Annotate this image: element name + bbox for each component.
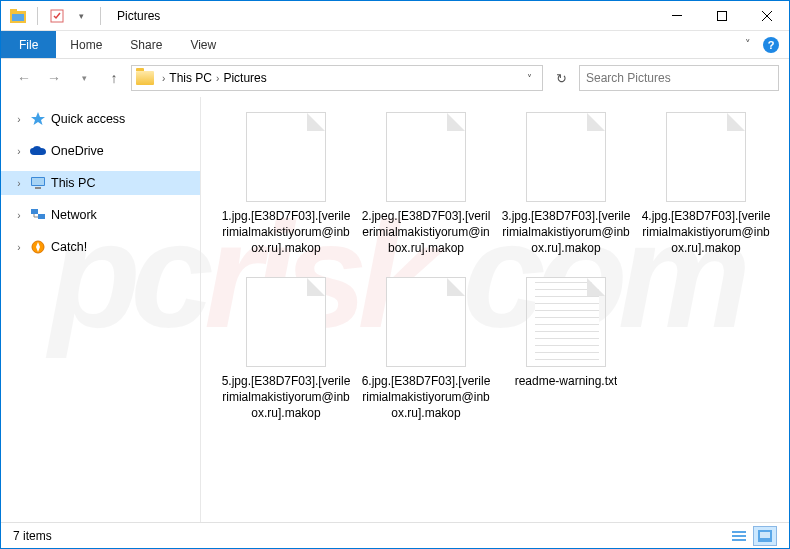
help-icon[interactable]: ? bbox=[763, 37, 779, 53]
network-icon bbox=[29, 207, 47, 223]
sidebar-item-label: Network bbox=[51, 208, 97, 222]
blank-file-icon bbox=[386, 112, 466, 202]
blank-file-icon bbox=[386, 277, 466, 367]
file-label: 6.jpg.[E38D7F03].[verilerimialmakistiyor… bbox=[361, 373, 491, 422]
file-tab[interactable]: File bbox=[1, 31, 56, 58]
sidebar-item-label: Catch! bbox=[51, 240, 87, 254]
svg-rect-13 bbox=[732, 535, 746, 537]
catch-icon bbox=[29, 239, 47, 255]
item-count: 7 items bbox=[13, 529, 52, 543]
recent-dropdown[interactable]: ▾ bbox=[71, 65, 97, 91]
breadcrumb-pictures[interactable]: Pictures bbox=[223, 71, 266, 85]
close-button[interactable] bbox=[744, 1, 789, 31]
properties-qat-icon[interactable] bbox=[48, 7, 66, 25]
titlebar: ▾ Pictures bbox=[1, 1, 789, 31]
explorer-icon bbox=[9, 7, 27, 25]
svg-rect-16 bbox=[760, 532, 770, 538]
expand-icon[interactable]: › bbox=[13, 210, 25, 221]
ribbon-expand-icon[interactable]: ˅ bbox=[745, 38, 751, 51]
expand-icon[interactable]: › bbox=[13, 242, 25, 253]
maximize-button[interactable] bbox=[699, 1, 744, 31]
chevron-right-icon[interactable]: › bbox=[216, 73, 219, 84]
expand-icon[interactable]: › bbox=[13, 114, 25, 125]
sidebar-item-catch[interactable]: › Catch! bbox=[1, 235, 200, 259]
statusbar: 7 items bbox=[1, 522, 789, 548]
ribbon: File Home Share View ˅ ? bbox=[1, 31, 789, 59]
svg-rect-4 bbox=[672, 15, 682, 16]
cloud-icon bbox=[29, 143, 47, 159]
icons-view-button[interactable] bbox=[753, 526, 777, 546]
file-label: 4.jpg.[E38D7F03].[verilerimialmakistiyor… bbox=[641, 208, 771, 257]
expand-icon[interactable]: › bbox=[13, 178, 25, 189]
details-view-button[interactable] bbox=[727, 526, 751, 546]
svg-rect-8 bbox=[35, 187, 41, 189]
file-item[interactable]: 2.jpeg.[E38D7F03].[verilerimialmakistiyo… bbox=[361, 112, 491, 257]
title-separator bbox=[100, 7, 101, 25]
blank-file-icon bbox=[246, 277, 326, 367]
forward-button[interactable]: → bbox=[41, 65, 67, 91]
chevron-right-icon[interactable]: › bbox=[162, 73, 165, 84]
minimize-button[interactable] bbox=[654, 1, 699, 31]
file-label: 3.jpg.[E38D7F03].[verilerimialmakistiyor… bbox=[501, 208, 631, 257]
qat-dropdown-icon[interactable]: ▾ bbox=[72, 7, 90, 25]
blank-file-icon bbox=[526, 112, 606, 202]
sidebar-item-label: Quick access bbox=[51, 112, 125, 126]
navigation-pane: › Quick access › OneDrive › This PC › Ne… bbox=[1, 97, 201, 522]
window-title: Pictures bbox=[117, 9, 160, 23]
addressbar: ← → ▾ ↑ › This PC › Pictures ˅ ↻ Search … bbox=[1, 59, 789, 97]
file-item[interactable]: 3.jpg.[E38D7F03].[verilerimialmakistiyor… bbox=[501, 112, 631, 257]
file-item[interactable]: 6.jpg.[E38D7F03].[verilerimialmakistiyor… bbox=[361, 277, 491, 422]
file-label: readme-warning.txt bbox=[515, 373, 618, 389]
breadcrumb[interactable]: › This PC › Pictures ˅ bbox=[131, 65, 543, 91]
file-label: 1.jpg.[E38D7F03].[verilerimialmakistiyor… bbox=[221, 208, 351, 257]
main-area: › Quick access › OneDrive › This PC › Ne… bbox=[1, 97, 789, 522]
file-pane[interactable]: 1.jpg.[E38D7F03].[verilerimialmakistiyor… bbox=[201, 97, 789, 522]
qat-separator bbox=[37, 7, 38, 25]
file-label: 5.jpg.[E38D7F03].[verilerimialmakistiyor… bbox=[221, 373, 351, 422]
sidebar-item-network[interactable]: › Network bbox=[1, 203, 200, 227]
file-item[interactable]: 4.jpg.[E38D7F03].[verilerimialmakistiyor… bbox=[641, 112, 771, 257]
sidebar-item-label: This PC bbox=[51, 176, 95, 190]
file-item[interactable]: 1.jpg.[E38D7F03].[verilerimialmakistiyor… bbox=[221, 112, 351, 257]
tab-home[interactable]: Home bbox=[56, 31, 116, 58]
svg-rect-9 bbox=[31, 209, 38, 214]
monitor-icon bbox=[29, 175, 47, 191]
sidebar-item-onedrive[interactable]: › OneDrive bbox=[1, 139, 200, 163]
svg-rect-1 bbox=[10, 9, 17, 13]
sidebar-item-quick-access[interactable]: › Quick access bbox=[1, 107, 200, 131]
svg-rect-5 bbox=[717, 11, 726, 20]
file-item[interactable]: readme-warning.txt bbox=[501, 277, 631, 422]
sidebar-item-this-pc[interactable]: › This PC bbox=[1, 171, 200, 195]
file-label: 2.jpeg.[E38D7F03].[verilerimialmakistiyo… bbox=[361, 208, 491, 257]
txt-file-icon bbox=[526, 277, 606, 367]
search-placeholder: Search Pictures bbox=[586, 71, 671, 85]
expand-icon[interactable]: › bbox=[13, 146, 25, 157]
tab-view[interactable]: View bbox=[176, 31, 230, 58]
breadcrumb-this-pc[interactable]: This PC bbox=[169, 71, 212, 85]
svg-rect-10 bbox=[38, 214, 45, 219]
folder-icon bbox=[136, 71, 154, 85]
svg-rect-2 bbox=[12, 14, 24, 21]
svg-rect-12 bbox=[732, 531, 746, 533]
tab-share[interactable]: Share bbox=[116, 31, 176, 58]
up-button[interactable]: ↑ bbox=[101, 65, 127, 91]
star-icon bbox=[29, 111, 47, 127]
sidebar-item-label: OneDrive bbox=[51, 144, 104, 158]
breadcrumb-dropdown-icon[interactable]: ˅ bbox=[521, 73, 538, 84]
blank-file-icon bbox=[246, 112, 326, 202]
svg-rect-14 bbox=[732, 539, 746, 541]
refresh-button[interactable]: ↻ bbox=[547, 71, 575, 86]
back-button[interactable]: ← bbox=[11, 65, 37, 91]
svg-rect-7 bbox=[32, 178, 44, 185]
file-item[interactable]: 5.jpg.[E38D7F03].[verilerimialmakistiyor… bbox=[221, 277, 351, 422]
blank-file-icon bbox=[666, 112, 746, 202]
search-input[interactable]: Search Pictures bbox=[579, 65, 779, 91]
